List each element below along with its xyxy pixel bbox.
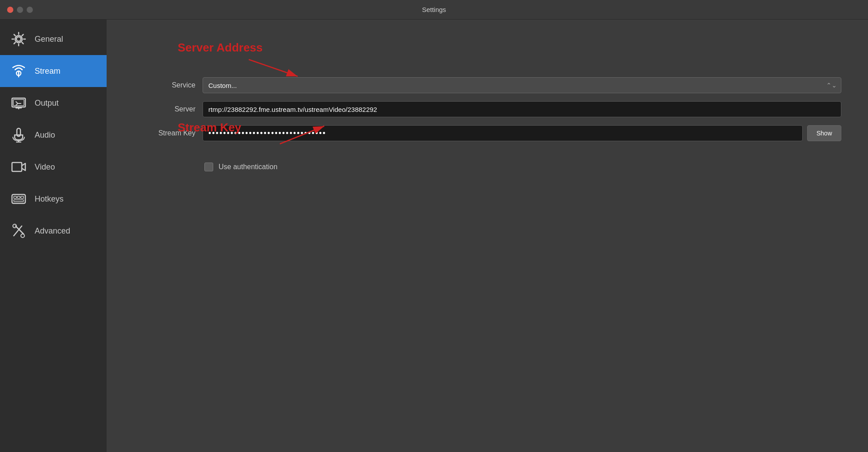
sidebar-label-stream: Stream	[35, 67, 60, 76]
service-label: Service	[133, 81, 195, 89]
use-auth-label: Use authentication	[219, 163, 278, 171]
advanced-icon	[11, 223, 27, 239]
sidebar-label-audio: Audio	[35, 131, 55, 140]
use-auth-row: Use authentication	[204, 163, 841, 171]
hotkeys-icon	[11, 191, 27, 207]
app-body: General Stream	[0, 20, 868, 452]
server-input[interactable]	[203, 101, 841, 117]
svg-rect-16	[21, 196, 24, 198]
use-auth-checkbox[interactable]	[204, 163, 213, 171]
svg-point-0	[16, 37, 21, 41]
close-button[interactable]	[7, 7, 13, 13]
main-content: Server Address Stream Key Service	[107, 20, 868, 452]
sidebar-item-video[interactable]: Video	[0, 151, 107, 183]
sidebar-label-hotkeys: Hotkeys	[35, 194, 64, 204]
server-row: Server	[133, 101, 841, 117]
audio-icon	[11, 127, 27, 143]
stream-key-input[interactable]	[203, 125, 803, 141]
sidebar: General Stream	[0, 20, 107, 452]
window-controls	[7, 7, 33, 13]
svg-rect-14	[14, 196, 16, 198]
stream-key-label: Stream Key	[133, 129, 195, 137]
minimize-button[interactable]	[17, 7, 23, 13]
maximize-button[interactable]	[27, 7, 33, 13]
sidebar-label-general: General	[35, 35, 63, 44]
sidebar-item-stream[interactable]: Stream	[0, 55, 107, 87]
video-icon	[11, 159, 27, 175]
service-row: Service Custom... ⌃⌄	[133, 77, 841, 93]
output-icon	[11, 95, 27, 111]
stream-key-row: Stream Key Show	[133, 125, 841, 141]
annotation-server-address: Server Address	[178, 41, 263, 55]
sidebar-item-hotkeys[interactable]: Hotkeys	[0, 183, 107, 215]
svg-point-21	[21, 234, 24, 238]
sidebar-label-output: Output	[35, 99, 59, 108]
show-button[interactable]: Show	[807, 125, 841, 141]
sidebar-item-advanced[interactable]: Advanced	[0, 215, 107, 247]
stream-icon	[11, 63, 27, 79]
server-label: Server	[133, 105, 195, 113]
sidebar-item-general[interactable]: General	[0, 23, 107, 55]
sidebar-label-advanced: Advanced	[35, 226, 70, 236]
svg-rect-5	[13, 99, 24, 106]
svg-rect-15	[17, 196, 20, 198]
stream-key-input-group: Show	[203, 125, 841, 141]
titlebar: Settings	[0, 0, 868, 20]
service-select-wrapper: Custom... ⌃⌄	[203, 77, 841, 93]
sidebar-item-audio[interactable]: Audio	[0, 119, 107, 151]
svg-rect-17	[14, 200, 24, 202]
sidebar-label-video: Video	[35, 163, 55, 172]
svg-rect-12	[12, 163, 22, 171]
svg-line-23	[249, 59, 298, 76]
window-title: Settings	[422, 6, 446, 13]
gear-icon	[11, 31, 27, 47]
form-area: Service Custom... ⌃⌄ Server Stream Key	[133, 77, 841, 149]
svg-rect-13	[12, 194, 25, 203]
service-select[interactable]: Custom...	[203, 77, 841, 93]
sidebar-item-output[interactable]: Output	[0, 87, 107, 119]
